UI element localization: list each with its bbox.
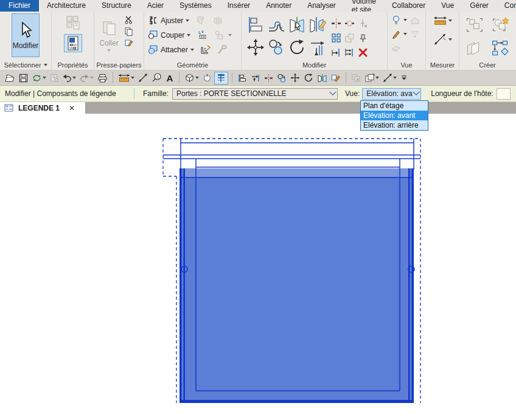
view-option-elevation-arriere[interactable]: Elévation: arrière bbox=[361, 120, 428, 130]
tab-gerer[interactable]: Gérer bbox=[462, 0, 497, 12]
aligned-dimension-icon[interactable] bbox=[137, 72, 149, 84]
split-face-icon[interactable] bbox=[212, 28, 226, 42]
tab-complements[interactable]: Compléments bbox=[497, 0, 516, 12]
view-option-elevation-avant[interactable]: Elévation: avant bbox=[361, 111, 428, 120]
linework-icon[interactable] bbox=[391, 29, 401, 39]
mirror-pick-axis-icon[interactable] bbox=[288, 16, 306, 34]
tab-inserer[interactable]: Insérer bbox=[220, 0, 258, 12]
thin-lines-icon[interactable] bbox=[214, 72, 228, 84]
copy-to-clipboard-icon[interactable] bbox=[124, 26, 134, 36]
drawing-area[interactable] bbox=[0, 114, 516, 420]
door-panel[interactable] bbox=[180, 168, 414, 403]
panel-label-mesurer[interactable]: Mesurer bbox=[426, 60, 459, 70]
render-icon[interactable] bbox=[410, 15, 420, 25]
panel-label-creer[interactable]: Créer bbox=[459, 60, 515, 70]
measure-icon[interactable] bbox=[117, 72, 136, 84]
offset-icon[interactable] bbox=[267, 16, 285, 34]
split-with-gap-icon[interactable] bbox=[344, 18, 355, 29]
panel-label-modifier[interactable]: Modifier bbox=[242, 60, 387, 70]
close-view-icon[interactable]: ✕ bbox=[69, 104, 75, 112]
cope-button[interactable]: Ajuster bbox=[161, 16, 183, 25]
mirror-draw-axis-icon[interactable] bbox=[309, 16, 327, 34]
dimension-icon[interactable] bbox=[382, 72, 398, 84]
rotate-icon[interactable] bbox=[288, 38, 306, 57]
section-icon[interactable] bbox=[201, 72, 213, 84]
tab-architecture[interactable]: Architecture bbox=[39, 0, 94, 12]
array-icon[interactable] bbox=[331, 33, 341, 43]
view-option-plan[interactable]: Plan d'étage bbox=[361, 101, 428, 111]
mirror-icon[interactable] bbox=[316, 72, 329, 84]
copy-icon[interactable] bbox=[276, 72, 288, 84]
default-3d-view-icon[interactable] bbox=[183, 72, 200, 84]
family-select[interactable]: Portes : PORTE SECTIONNELLE bbox=[172, 88, 338, 100]
customize-qat-icon[interactable] bbox=[399, 72, 409, 84]
beam-join-icon[interactable] bbox=[199, 43, 213, 57]
aligned-dimension-icon[interactable] bbox=[433, 32, 447, 46]
paste-button[interactable]: Coller bbox=[97, 13, 121, 57]
panel-label-geometrie[interactable]: Géométrie bbox=[144, 60, 241, 70]
create-group-icon[interactable] bbox=[465, 16, 484, 34]
cut-profile-view-icon[interactable] bbox=[391, 43, 401, 53]
panel-label-presse-papiers[interactable]: Presse-papiers bbox=[94, 60, 144, 70]
open-icon[interactable] bbox=[3, 72, 16, 84]
unpin-icon[interactable] bbox=[358, 18, 368, 29]
trim-extend-multiple-icon[interactable] bbox=[344, 47, 355, 58]
match-type-icon[interactable] bbox=[124, 38, 134, 48]
print-icon[interactable] bbox=[96, 72, 109, 84]
cut-profile-icon[interactable] bbox=[194, 13, 208, 27]
tab-analyser[interactable]: Analyser bbox=[299, 0, 344, 12]
view-select[interactable]: Elévation: ava bbox=[362, 88, 421, 100]
split-icon[interactable] bbox=[263, 72, 274, 84]
redo-icon[interactable] bbox=[78, 72, 95, 84]
copy-icon[interactable] bbox=[267, 38, 285, 57]
delete-group-icon[interactable] bbox=[350, 72, 362, 84]
undo-icon[interactable] bbox=[61, 72, 77, 84]
wall-sweep-icon[interactable] bbox=[195, 28, 209, 42]
join-button[interactable]: Attacher bbox=[161, 46, 188, 54]
underlay-icon[interactable] bbox=[410, 29, 420, 39]
tag-icon[interactable]: 1 bbox=[150, 72, 163, 84]
join-geometry-gray-icon[interactable] bbox=[211, 13, 225, 27]
save-icon[interactable] bbox=[18, 72, 29, 84]
cut-icon[interactable] bbox=[124, 15, 134, 25]
cut-geometry-button[interactable]: Couper bbox=[161, 31, 184, 40]
move-icon[interactable] bbox=[246, 38, 265, 57]
tab-systemes[interactable]: Systèmes bbox=[172, 0, 220, 12]
tab-acier[interactable]: Acier bbox=[139, 0, 172, 12]
split-element-icon[interactable] bbox=[331, 18, 341, 29]
legend-component-icon[interactable] bbox=[491, 39, 509, 57]
create-assembly-icon[interactable] bbox=[465, 39, 484, 57]
tab-structure[interactable]: Structure bbox=[94, 0, 139, 12]
duplicate-view-icon[interactable] bbox=[363, 72, 380, 84]
move-icon[interactable] bbox=[289, 72, 301, 84]
sync-icon[interactable] bbox=[30, 72, 47, 84]
panel-label-selectionner[interactable]: Sélectionner bbox=[0, 60, 51, 70]
panel-label-proprietes[interactable]: Propriétés bbox=[52, 60, 94, 70]
align-icon[interactable] bbox=[246, 16, 265, 34]
delete-icon[interactable] bbox=[358, 47, 368, 58]
properties-icon[interactable] bbox=[64, 34, 82, 52]
trim-extend-icon[interactable] bbox=[249, 72, 262, 84]
match-properties-icon[interactable] bbox=[330, 72, 342, 84]
demolish-icon[interactable] bbox=[215, 43, 229, 57]
tab-vue[interactable]: Vue bbox=[433, 0, 462, 12]
view-tab-legende-1[interactable]: LEGENDE 1 ✕ bbox=[0, 102, 85, 114]
tab-annoter[interactable]: Annoter bbox=[258, 0, 299, 12]
family-types-icon[interactable] bbox=[64, 13, 82, 32]
hidden-elements-icon[interactable] bbox=[391, 15, 401, 25]
measure-icon[interactable] bbox=[433, 13, 447, 27]
tab-fichier[interactable]: Fichier bbox=[0, 0, 39, 12]
trim-extend-single-icon[interactable] bbox=[331, 47, 341, 58]
rotate-icon[interactable] bbox=[302, 72, 315, 84]
host-length-input[interactable] bbox=[497, 88, 511, 100]
tab-collaborer[interactable]: Collaborer bbox=[384, 0, 433, 12]
create-similar-icon[interactable] bbox=[491, 16, 509, 34]
text-icon[interactable]: A bbox=[164, 72, 175, 84]
trim-extend-corner-icon[interactable] bbox=[309, 38, 327, 57]
align-icon[interactable] bbox=[236, 72, 248, 84]
panel-label-vue[interactable]: Vue bbox=[388, 60, 425, 70]
sync-settings-icon[interactable] bbox=[49, 72, 60, 84]
scale-icon[interactable] bbox=[344, 33, 355, 43]
modify-button[interactable]: Modifier bbox=[12, 13, 40, 57]
tab-volume-et-site[interactable]: Volume et site bbox=[344, 0, 384, 12]
